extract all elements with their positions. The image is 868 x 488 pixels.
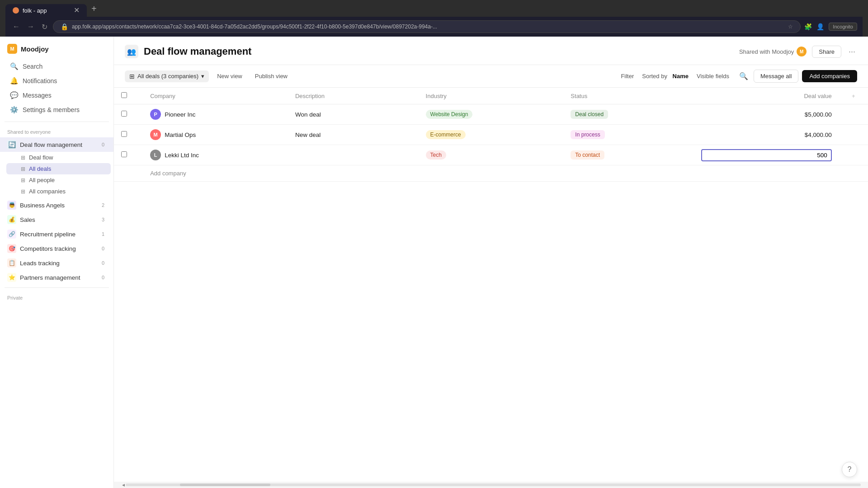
sidebar-group-item-recruitment[interactable]: 🔗 Recruitment pipeline 1 [0, 227, 113, 241]
visible-fields-button[interactable]: Visible fields [692, 70, 734, 82]
deal-flow-label: Deal flow management [20, 141, 96, 148]
table-container: Company Description Industry Status Deal [114, 88, 868, 482]
sidebar-group-dealflow: 🔄 Deal flow management 0 ⊞ Deal flow ⊞ A… [0, 136, 113, 198]
sub-item-all-companies[interactable]: ⊞ All companies [6, 186, 111, 197]
row-check-2 [114, 125, 143, 145]
partners-label: Partners management [20, 274, 96, 281]
sidebar-nav-notifications-label: Notifications [23, 77, 57, 84]
extension-icon: 🧩 [804, 23, 812, 30]
sidebar-nav-settings-label: Settings & members [23, 106, 80, 113]
deal-value-1: $5,000.00 [805, 111, 832, 118]
search-icon: 🔍 [10, 62, 18, 70]
private-section-label: Private [0, 291, 113, 302]
sub-item-all-deals[interactable]: ⊞ All deals [6, 163, 111, 174]
publish-view-button[interactable]: Publish view [250, 70, 292, 82]
more-options-button[interactable]: ··· [847, 45, 857, 58]
address-bar[interactable]: 🔒 app.folk.app/apps/contacts/network/cca… [53, 20, 801, 33]
deal-value-input-3[interactable] [701, 149, 832, 161]
sidebar-item-search[interactable]: 🔍 Search [3, 59, 111, 74]
row-add-1 [839, 104, 868, 125]
table-icon: ⊞ [129, 73, 135, 80]
sidebar-item-notifications[interactable]: 🔔 Notifications [3, 74, 111, 88]
th-company: Company [143, 88, 288, 104]
row-check-3 [114, 145, 143, 165]
nav-actions: 🧩 👤 Incognito [804, 23, 857, 31]
scrollbar-track[interactable] [126, 483, 861, 486]
sorted-by: Sorted by Name [642, 73, 689, 80]
view-selector[interactable]: ⊞ All deals (3 companies) ▾ [125, 70, 209, 82]
th-check [114, 88, 143, 104]
partners-badge: 0 [100, 275, 106, 280]
row-checkbox-2[interactable] [121, 131, 127, 137]
sidebar: M Moodjoy 🔍 Search 🔔 Notifications 💬 Mes… [0, 37, 114, 488]
row-status-1: Deal closed [563, 104, 694, 125]
message-all-button[interactable]: Message all [754, 70, 798, 83]
add-company-link[interactable]: Add company [150, 170, 186, 177]
leads-icon: 📋 [7, 258, 16, 267]
sidebar-divider-2 [5, 287, 109, 288]
back-button[interactable]: ← [11, 21, 22, 33]
sidebar-item-messages[interactable]: 💬 Messages [3, 88, 111, 103]
new-tab-button[interactable]: + [88, 4, 100, 17]
row-company-3[interactable]: L Lekki Ltd Inc ··· [143, 145, 288, 165]
lock-icon: 🔒 [61, 23, 68, 30]
page-title: Deal flow management [144, 46, 251, 57]
address-text: app.folk.app/apps/contacts/network/ccaa7… [72, 23, 784, 30]
sub-item-deal-flow[interactable]: ⊞ Deal flow [6, 152, 111, 163]
tab-close-button[interactable]: ✕ [74, 7, 80, 14]
add-company-row: Add company [114, 165, 868, 182]
sidebar-group-item-angels[interactable]: 👼 Business Angels 2 [0, 198, 113, 212]
grid-icon-3: ⊞ [21, 177, 25, 183]
row-checkbox-3[interactable] [121, 151, 127, 157]
leads-label: Leads tracking [20, 260, 96, 267]
bookmark-star-icon: ☆ [788, 23, 793, 30]
active-tab[interactable]: folk - app ✕ [5, 4, 87, 17]
scrollbar-thumb[interactable] [180, 483, 270, 486]
view-selector-label: All deals (3 companies) [137, 73, 198, 80]
row-industry-1: Website Design [419, 104, 564, 125]
add-companies-button[interactable]: Add companies [802, 70, 857, 82]
competitors-label: Competitors tracking [20, 245, 96, 252]
forward-button[interactable]: → [25, 21, 36, 33]
table-header-row: Company Description Industry Status Deal [114, 88, 868, 104]
sidebar-brand: Moodjoy [21, 45, 49, 53]
th-add-column[interactable]: + [839, 88, 868, 104]
browser-nav: ← → ↻ 🔒 app.folk.app/apps/contacts/netwo… [5, 17, 863, 37]
angels-icon: 👼 [7, 201, 16, 210]
sidebar-group-item-competitors[interactable]: 🎯 Competitors tracking 0 [0, 241, 113, 256]
search-button[interactable]: 🔍 [737, 70, 750, 82]
incognito-badge: Incognito [829, 23, 857, 31]
add-company-cell[interactable]: Add company [143, 165, 868, 182]
row-deal-value-2: $4,000.00 [694, 125, 839, 145]
table-row: P Pioneer Inc Won deal Website Design De… [114, 104, 868, 125]
filter-button[interactable]: Filter [616, 70, 638, 82]
row-company-1[interactable]: P Pioneer Inc [143, 104, 288, 125]
page-title-area: 👥 Deal flow management [125, 45, 251, 58]
sidebar-nav: 🔍 Search 🔔 Notifications 💬 Messages ⚙️ S… [0, 57, 113, 119]
row-deal-value-1: $5,000.00 [694, 104, 839, 125]
deal-flow-icon: 🔄 [7, 140, 16, 149]
row-checkbox-1[interactable] [121, 111, 127, 117]
sidebar-group-item-dealflow[interactable]: 🔄 Deal flow management 0 [0, 137, 113, 152]
sidebar-item-settings[interactable]: ⚙️ Settings & members [3, 103, 111, 117]
sidebar-group-item-leads[interactable]: 📋 Leads tracking 0 [0, 256, 113, 270]
app-layout: M Moodjoy 🔍 Search 🔔 Notifications 💬 Mes… [0, 37, 868, 488]
sidebar-group-item-partners[interactable]: ⭐ Partners management 0 [0, 270, 113, 285]
sidebar-divider [5, 122, 109, 122]
deal-flow-subitems: ⊞ Deal flow ⊞ All deals ⊞ All people ⊞ A… [0, 152, 113, 197]
new-view-button[interactable]: New view [212, 70, 247, 82]
reload-button[interactable]: ↻ [40, 21, 49, 33]
table-row: M Martial Ops New deal E-commerce In pro… [114, 125, 868, 145]
company-name-3: Lekki Ltd Inc [165, 152, 199, 159]
sub-item-all-people[interactable]: ⊞ All people [6, 174, 111, 186]
select-all-checkbox[interactable] [121, 92, 127, 98]
sidebar-group-item-sales[interactable]: 💰 Sales 3 [0, 212, 113, 227]
row-desc-1: Won deal [288, 104, 419, 125]
help-button[interactable]: ? [842, 462, 857, 477]
scroll-left-button[interactable]: ◂ [121, 481, 126, 488]
partners-icon: ⭐ [7, 273, 16, 282]
profile-icon: 👤 [816, 23, 824, 30]
row-deal-value-3-cell[interactable] [694, 145, 839, 165]
share-button[interactable]: Share [812, 46, 841, 58]
row-company-2[interactable]: M Martial Ops [143, 125, 288, 145]
